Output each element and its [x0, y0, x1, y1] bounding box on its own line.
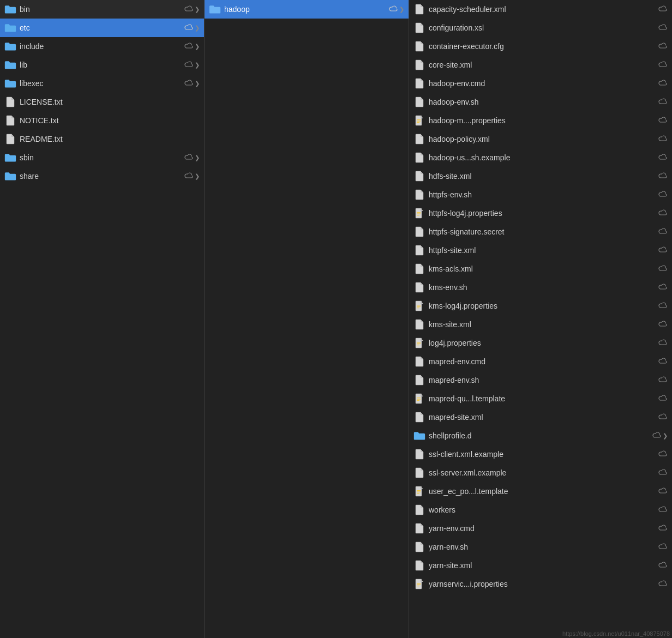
list-item[interactable]: mapred-site.xml [409, 408, 672, 426]
list-item[interactable]: NOTICE.txt [0, 111, 204, 130]
file-name: httpfs-env.sh [429, 190, 656, 199]
list-item[interactable]: yarnservic...i.properties [409, 575, 672, 593]
cloud-icon [658, 394, 668, 404]
list-item[interactable]: httpfs-log4j.properties [409, 204, 672, 222]
list-item[interactable]: bin ❯ [0, 0, 204, 19]
file-name: log4j.properties [429, 339, 656, 347]
list-item[interactable]: share ❯ [0, 167, 204, 185]
list-item[interactable]: capacity-scheduler.xml [409, 0, 672, 19]
list-item[interactable]: yarn-env.cmd [409, 519, 672, 538]
folder-icon [4, 77, 16, 89]
cloud-icon [658, 61, 668, 70]
cloud-icon [658, 264, 668, 274]
file-name: etc [20, 23, 182, 32]
file-icon [413, 22, 425, 34]
cloud-icon [184, 61, 194, 70]
file-name: kms-site.xml [429, 320, 656, 329]
file-icon [413, 115, 425, 127]
list-item[interactable]: hadoop-env.cmd [409, 74, 672, 93]
list-item[interactable]: ssl-server.xml.example [409, 464, 672, 482]
file-icon [413, 207, 425, 219]
watermark: https://blog.csdn.net/u011nar_40875078 [560, 629, 672, 638]
list-item[interactable]: user_ec_po...l.template [409, 482, 672, 501]
list-item[interactable]: mapred-env.cmd [409, 352, 672, 371]
list-item[interactable]: core-site.xml [409, 56, 672, 74]
list-item[interactable]: ssl-client.xml.example [409, 445, 672, 464]
svg-rect-2 [417, 121, 421, 122]
list-item[interactable]: hadoop-env.sh [409, 93, 672, 111]
folder-icon [4, 170, 16, 182]
file-icon [413, 467, 425, 479]
file-name: workers [429, 505, 656, 514]
svg-rect-23 [417, 493, 419, 493]
list-item[interactable]: container-executor.cfg [409, 37, 672, 56]
list-item[interactable]: hadoop ❯ [205, 0, 409, 19]
chevron-right-icon: ❯ [195, 25, 200, 32]
list-item[interactable]: workers [409, 501, 672, 519]
file-icon [413, 152, 425, 164]
file-name: lib [20, 61, 182, 69]
list-item[interactable]: httpfs-env.sh [409, 185, 672, 204]
list-item[interactable]: README.txt [0, 130, 204, 148]
list-item[interactable]: yarn-env.sh [409, 538, 672, 556]
cloud-icon [658, 339, 668, 348]
file-name: yarn-env.sh [429, 543, 656, 551]
svg-rect-18 [417, 399, 421, 400]
list-item[interactable]: include ❯ [0, 37, 204, 56]
chevron-right-icon: ❯ [663, 432, 668, 440]
file-icon [413, 40, 425, 52]
svg-rect-22 [417, 492, 421, 492]
list-item[interactable]: httpfs-signature.secret [409, 222, 672, 241]
file-icon [413, 522, 425, 534]
list-item[interactable]: kms-acls.xml [409, 260, 672, 278]
list-item[interactable]: hadoop-us...sh.example [409, 148, 672, 167]
cloud-icon [652, 431, 662, 441]
list-item[interactable]: lib ❯ [0, 56, 204, 74]
list-item[interactable]: kms-env.sh [409, 278, 672, 297]
cloud-icon [658, 23, 668, 33]
chevron-right-icon: ❯ [399, 6, 404, 13]
file-name: httpfs-log4j.properties [429, 209, 656, 218]
list-item[interactable]: yarn-site.xml [409, 556, 672, 575]
list-item[interactable]: kms-log4j.properties [409, 297, 672, 315]
cloud-icon [658, 505, 668, 515]
cloud-icon [658, 450, 668, 459]
list-item[interactable]: httpfs-site.xml [409, 241, 672, 260]
file-name: capacity-scheduler.xml [429, 5, 656, 14]
svg-rect-1 [417, 119, 421, 120]
list-item[interactable]: mapred-env.sh [409, 371, 672, 389]
list-item[interactable]: hadoop-policy.xml [409, 130, 672, 148]
file-icon [413, 300, 425, 312]
file-name: httpfs-site.xml [429, 246, 656, 255]
list-item[interactable]: log4j.properties [409, 334, 672, 352]
list-item[interactable]: etc ❯ [0, 19, 204, 37]
list-item[interactable]: hadoop-m....properties [409, 111, 672, 130]
list-item[interactable]: shellprofile.d ❯ [409, 426, 672, 445]
list-item[interactable]: sbin ❯ [0, 148, 204, 167]
cloud-icon [184, 172, 194, 181]
svg-rect-15 [417, 345, 419, 345]
file-icon [413, 337, 425, 349]
folder-icon [4, 22, 16, 34]
file-name: hadoop-env.cmd [429, 79, 656, 88]
list-item[interactable]: configuration.xsl [409, 19, 672, 37]
file-name: hadoop-policy.xml [429, 135, 656, 143]
cloud-icon [658, 172, 668, 181]
cloud-icon [388, 5, 398, 14]
list-item[interactable]: kms-site.xml [409, 315, 672, 334]
list-item[interactable]: libexec ❯ [0, 74, 204, 93]
cloud-icon [184, 5, 194, 14]
file-icon [413, 226, 425, 238]
chevron-right-icon: ❯ [195, 80, 200, 87]
file-name: mapred-env.sh [429, 376, 656, 384]
svg-rect-21 [417, 490, 421, 491]
folder-icon [4, 40, 16, 52]
list-item[interactable]: LICENSE.txt [0, 93, 204, 111]
chevron-right-icon: ❯ [195, 154, 200, 161]
list-item[interactable]: hdfs-site.xml [409, 167, 672, 185]
folder-icon [413, 430, 425, 442]
list-item[interactable]: mapred-qu...l.template [409, 389, 672, 408]
cloud-icon [658, 561, 668, 570]
file-name: core-site.xml [429, 61, 656, 69]
file-icon [413, 356, 425, 368]
